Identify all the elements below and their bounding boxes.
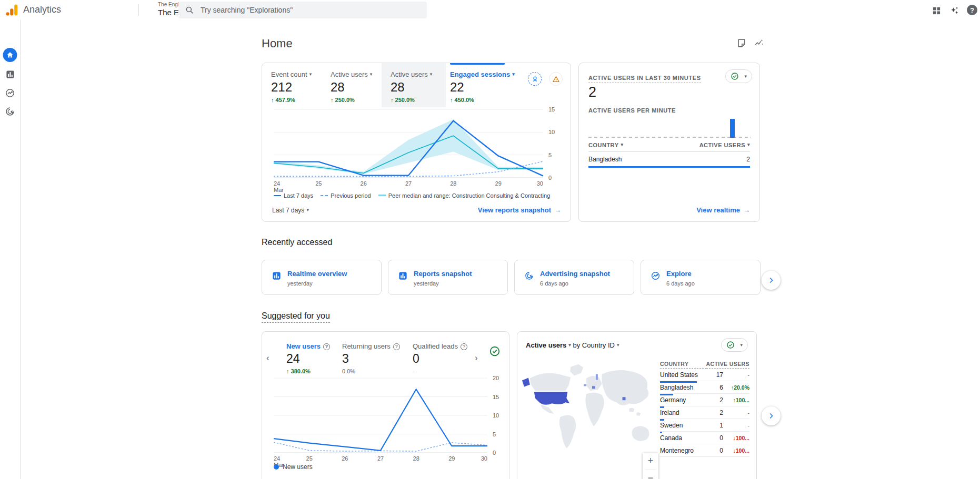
svg-text:26: 26: [342, 455, 348, 462]
country-column-header[interactable]: COUNTRY: [660, 361, 706, 369]
chevron-right-icon[interactable]: ›: [475, 353, 478, 363]
metric-delta: ↑ 250.0%: [391, 97, 447, 103]
country-cell: Canada: [660, 434, 709, 442]
nav-admin-gear-icon[interactable]: [3, 476, 17, 479]
chevron-down-icon: ▾: [621, 142, 623, 147]
metric-value: 24: [286, 352, 330, 366]
svg-text:30: 30: [537, 180, 543, 187]
left-nav: [0, 20, 21, 479]
metric-tab-event-count[interactable]: Event count▾ 212 ↑ 457.9%: [271, 70, 328, 103]
geo-metric-selector[interactable]: Active users▾: [526, 341, 571, 349]
recent-card-time: yesterday: [414, 280, 439, 287]
apps-grid-icon[interactable]: [931, 5, 942, 16]
help-icon[interactable]: ?: [461, 343, 467, 350]
suggested-next-arrow-button[interactable]: [762, 406, 781, 425]
active-users-column-header[interactable]: ACTIVE USERS▾: [699, 142, 750, 148]
recent-card-reports-snapshot[interactable]: Reports snapshot yesterday: [388, 260, 508, 295]
engaged-sessions-chart[interactable]: 05101524Mar252627282930: [274, 107, 562, 193]
recent-card-explore[interactable]: Explore 6 days ago: [641, 260, 761, 295]
geo-status-pill[interactable]: ▾: [721, 338, 748, 352]
chevron-down-icon: ▾: [747, 142, 750, 147]
map-region-bangladesh: [623, 397, 626, 400]
realtime-status-pill[interactable]: ▾: [725, 69, 752, 83]
recent-card-label: Realtime overview: [287, 270, 347, 278]
map-zoom-in-button[interactable]: +: [643, 453, 658, 470]
delta-cell: ↑100...: [723, 397, 749, 403]
svg-text:26: 26: [361, 180, 367, 187]
date-range-selector[interactable]: Last 7 days▾: [272, 207, 309, 214]
country-cell: Bangladesh: [660, 384, 709, 391]
realtime-country-table: COUNTRY▾ ACTIVE USERS▾ Bangladesh 2: [588, 142, 750, 168]
view-realtime-link[interactable]: View realtime→: [696, 206, 750, 214]
metric-delta: ↑ 380.0%: [286, 368, 330, 374]
gemini-sparkle-icon[interactable]: [949, 5, 961, 16]
analytics-logo-icon[interactable]: [5, 4, 18, 16]
svg-text:25: 25: [306, 455, 313, 462]
geo-card-title: Active users▾ by Country ID▾: [526, 341, 619, 349]
world-map[interactable]: + − Map Data ©2026 Terms: [519, 358, 661, 473]
help-icon[interactable]: ?: [323, 343, 330, 350]
metric-tab-engaged-sessions[interactable]: Engaged sessions▾ 22 ↑ 450.0%: [450, 70, 507, 103]
recent-card-realtime-overview[interactable]: Realtime overview yesterday: [262, 260, 382, 295]
map-region-germany: [592, 386, 595, 389]
delta-cell: -: [723, 410, 749, 416]
search-bar[interactable]: [178, 2, 427, 18]
recent-card-label: Reports snapshot: [414, 270, 472, 278]
svg-text:5: 5: [493, 431, 496, 437]
metric-delta: 0.0%: [342, 368, 400, 374]
nav-reports-icon[interactable]: [3, 67, 17, 81]
metric-delta: ↑ 250.0%: [331, 97, 387, 103]
table-row: Sweden1-: [660, 419, 749, 432]
recent-card-advertising-snapshot[interactable]: Advertising snapshot 6 days ago: [514, 260, 634, 295]
notes-icon[interactable]: [736, 38, 747, 50]
active-users-cell: 0: [709, 434, 723, 442]
svg-text:0: 0: [548, 175, 552, 181]
legend-new-users: New users: [283, 463, 313, 471]
metric-tab-active-users-1[interactable]: Active users▾ 28 ↑ 250.0%: [331, 70, 387, 103]
help-icon[interactable]: ?: [393, 343, 400, 350]
metric-qualified-leads[interactable]: Qualified leads? 0 -: [413, 342, 467, 374]
delta-cell: ↑20.0%: [723, 384, 749, 391]
geo-dimension-selector[interactable]: by Country ID▾: [573, 341, 619, 349]
svg-text:10: 10: [493, 412, 499, 419]
active-users-column-header[interactable]: ACTIVE USERS: [706, 361, 749, 369]
per-minute-sparkline[interactable]: [588, 116, 751, 138]
metric-returning-users[interactable]: Returning users? 3 0.0%: [342, 342, 400, 374]
chevron-left-icon[interactable]: ‹: [266, 353, 269, 363]
metric-delta: -: [413, 368, 467, 374]
new-users-chart[interactable]: 0510152024Mar252627282930: [274, 376, 505, 468]
warning-icon[interactable]: [549, 72, 563, 86]
map-region-sweden: [596, 374, 598, 380]
svg-text:5: 5: [548, 152, 552, 158]
help-icon[interactable]: ?: [967, 5, 977, 15]
check-circle-icon[interactable]: [489, 345, 501, 359]
topbar-divider: [138, 4, 139, 16]
metric-new-users[interactable]: New users? 24 ↑ 380.0%: [286, 342, 330, 374]
map-zoom-control: + −: [643, 453, 658, 479]
country-column-header[interactable]: COUNTRY▾: [588, 142, 624, 148]
svg-text:0: 0: [493, 450, 496, 456]
recent-card-label: Explore: [666, 270, 692, 278]
arrow-right-icon: →: [554, 206, 561, 214]
insights-icon[interactable]: [754, 38, 764, 50]
benchmarking-badge-icon[interactable]: [528, 72, 542, 86]
country-cell: Germany: [660, 396, 709, 404]
chart-legend: New users: [274, 463, 313, 471]
svg-text:30: 30: [481, 455, 487, 462]
realtime-title[interactable]: ACTIVE USERS IN LAST 30 MINUTES: [588, 75, 701, 83]
nav-explore-icon[interactable]: [3, 86, 17, 100]
recent-next-arrow-button[interactable]: [762, 271, 781, 290]
metric-value: 0: [413, 352, 467, 366]
map-zoom-out-button[interactable]: −: [643, 470, 658, 479]
metric-tab-active-users-2[interactable]: Active users▾ 28 ↑ 250.0%: [391, 70, 447, 103]
nav-advertising-icon[interactable]: [3, 105, 17, 118]
search-input[interactable]: [201, 6, 411, 14]
svg-text:15: 15: [493, 394, 499, 400]
page-title: Home: [262, 37, 293, 50]
nav-home-icon[interactable]: [3, 48, 17, 62]
active-users-cell: 2: [709, 396, 723, 404]
view-reports-snapshot-link[interactable]: View reports snapshot→: [478, 206, 561, 214]
table-row: Germany2↑100...: [660, 394, 749, 406]
arrow-right-icon: →: [743, 206, 750, 214]
per-minute-label: ACTIVE USERS PER MINUTE: [588, 107, 676, 114]
